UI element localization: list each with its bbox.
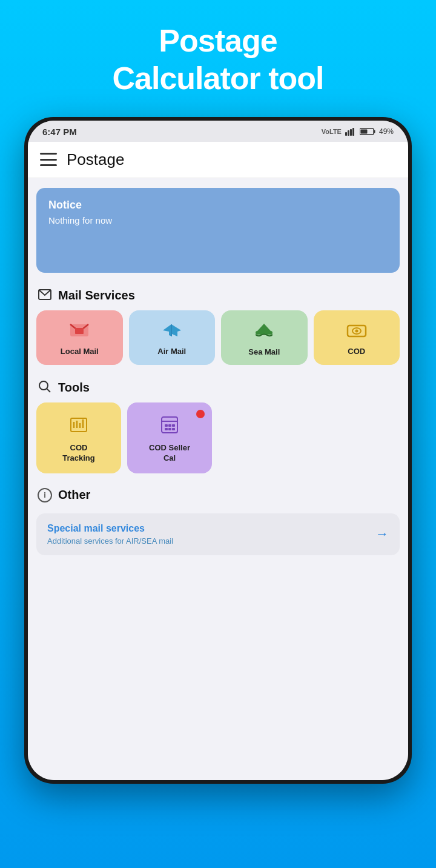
notice-title: Notice [48, 199, 388, 212]
local-mail-label: Local Mail [61, 347, 99, 356]
service-sea-mail[interactable]: Sea Mail [221, 310, 308, 365]
special-mail-text: Special mail services Additional service… [47, 523, 173, 546]
envelope-icon [38, 287, 52, 304]
air-mail-icon [162, 322, 182, 342]
svg-point-14 [355, 329, 358, 332]
special-mail-card[interactable]: Special mail services Additional service… [36, 513, 400, 555]
svg-rect-27 [165, 428, 168, 430]
svg-point-15 [39, 381, 48, 390]
status-icons: VoLTE 49% [322, 127, 394, 136]
cod-seller-icon [159, 415, 180, 438]
service-air-mail[interactable]: Air Mail [129, 310, 216, 365]
tool-cod-seller-cal[interactable]: COD Seller Cal [127, 402, 212, 473]
svg-rect-0 [345, 132, 347, 136]
sea-mail-label: Sea Mail [248, 347, 280, 356]
special-mail-subtitle: Additional services for AIR/SEA mail [47, 536, 173, 546]
svg-rect-29 [172, 428, 175, 430]
app-bar-title: Postage [67, 150, 124, 169]
svg-rect-9 [75, 328, 84, 334]
tools-grid: COD Tracking [28, 402, 408, 473]
cod-tracking-icon [68, 415, 89, 438]
cod-tracking-label: COD Tracking [62, 443, 94, 464]
svg-rect-2 [350, 129, 352, 136]
svg-rect-28 [168, 428, 171, 430]
svg-rect-26 [172, 424, 175, 427]
air-mail-label: Air Mail [157, 347, 186, 356]
notification-dot [196, 410, 205, 418]
cod-seller-label: COD Seller Cal [149, 443, 190, 464]
mail-services-title: Mail Services [58, 289, 135, 302]
battery-icon [360, 127, 375, 136]
svg-rect-1 [348, 130, 349, 136]
svg-rect-3 [352, 128, 354, 136]
scroll-content: Notice Nothing for now Mail Services [28, 178, 408, 780]
svg-rect-25 [168, 424, 171, 427]
battery-percent: 49% [379, 127, 394, 136]
info-icon: i [38, 488, 52, 502]
service-local-mail[interactable]: Local Mail [36, 310, 123, 365]
tool-cod-tracking[interactable]: COD Tracking [36, 402, 121, 473]
service-cod[interactable]: COD [314, 310, 400, 365]
svg-line-16 [47, 389, 51, 392]
app-title: Postage Calculator tool [112, 22, 323, 98]
svg-rect-6 [360, 130, 367, 134]
search-icon [38, 379, 52, 396]
local-mail-icon [70, 322, 89, 342]
arrow-right-icon: → [375, 526, 389, 542]
sea-mail-icon [254, 321, 274, 342]
cod-label: COD [348, 347, 365, 356]
phone-frame: 6:47 PM VoLTE 49% [24, 117, 412, 784]
status-bar: 6:47 PM VoLTE 49% [28, 121, 408, 142]
tools-header: Tools [28, 375, 408, 402]
notice-card: Notice Nothing for now [36, 188, 400, 273]
special-mail-title: Special mail services [47, 523, 173, 534]
app-bar: Postage [28, 142, 408, 178]
other-header: i Other [28, 483, 408, 509]
other-title: Other [58, 488, 90, 502]
mail-services-header: Mail Services [28, 282, 408, 310]
status-time: 6:47 PM [42, 127, 77, 137]
tools-title: Tools [58, 381, 90, 395]
mail-services-grid: Local Mail Air Mail [28, 310, 408, 365]
cod-icon [346, 322, 367, 342]
svg-rect-5 [374, 130, 375, 133]
hamburger-menu-button[interactable] [40, 153, 57, 166]
notice-body: Nothing for now [48, 215, 388, 225]
signal-icon [345, 127, 356, 136]
svg-rect-24 [165, 424, 168, 427]
network-icon: VoLTE [322, 128, 342, 135]
